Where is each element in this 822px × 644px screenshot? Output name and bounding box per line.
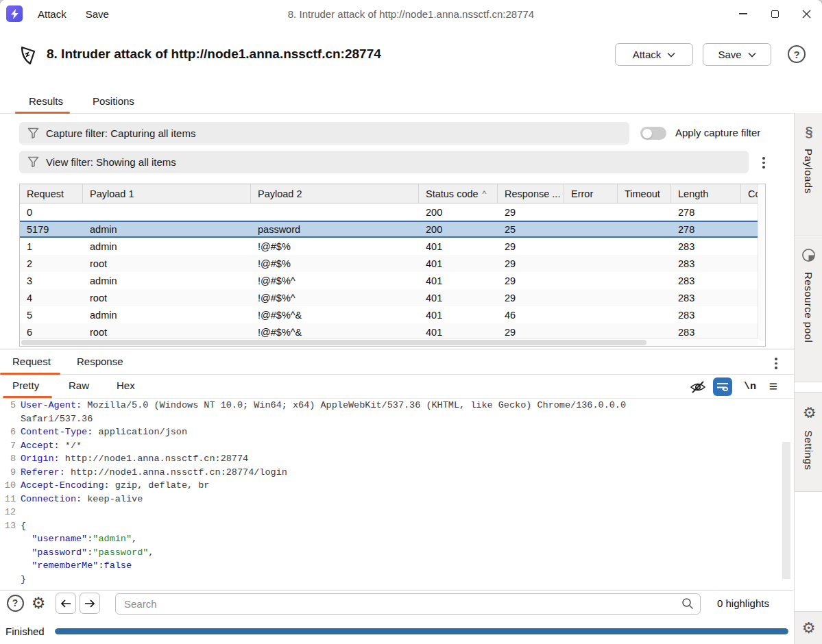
table-cell	[83, 203, 251, 221]
apply-capture-filter-label: Apply capture filter	[675, 127, 760, 138]
column-header[interactable]: Request	[20, 184, 83, 203]
sidebar-settings-button[interactable]: ⚙	[795, 611, 822, 644]
table-cell	[741, 203, 759, 221]
table-row[interactable]: 4root!@#$%^40129283	[20, 289, 765, 306]
sidebar-item-resource-pool[interactable]: Resource pool	[795, 237, 822, 382]
column-header[interactable]: Length	[671, 184, 741, 203]
table-cell: 4	[20, 289, 83, 306]
table-row[interactable]: 2root!@#$%40129283	[20, 255, 765, 272]
tab-request[interactable]: Request	[12, 356, 51, 367]
maximize-button[interactable]	[759, 0, 790, 27]
apply-capture-filter-toggle[interactable]	[640, 127, 666, 140]
editor-scrollbar-thumb[interactable]	[782, 442, 790, 579]
code-line: "username":"admin",	[0, 532, 793, 546]
search-field-wrap	[115, 593, 701, 615]
table-row[interactable]: 5admin!@#$%^&40146283	[20, 306, 765, 323]
column-header[interactable]: Error	[564, 184, 618, 203]
table-cell: 0	[20, 203, 83, 221]
table-row[interactable]: 3admin!@#$%^40129283	[20, 272, 765, 289]
column-header[interactable]: Payload 2	[251, 184, 419, 203]
next-match-button[interactable]	[80, 593, 100, 614]
table-cell: 283	[671, 272, 741, 289]
gear-icon: ⚙	[800, 405, 817, 420]
table-cell	[618, 203, 671, 221]
view-filter-menu-button[interactable]	[760, 154, 768, 171]
view-filter-bar[interactable]: View filter: Showing all items	[19, 151, 749, 173]
right-sidebar: § Payloads Resource pool ⚙ Settings ⚙	[794, 113, 822, 644]
attack-dropdown-button[interactable]: Attack	[615, 43, 693, 66]
help-icon: ?	[7, 595, 24, 612]
search-help-button[interactable]: ?	[5, 593, 25, 612]
gear-icon: ⚙	[32, 595, 46, 611]
help-button[interactable]: ?	[788, 45, 806, 63]
search-icon[interactable]	[681, 597, 694, 610]
message-panel-menu-button[interactable]	[772, 355, 780, 372]
table-cell	[741, 255, 759, 272]
table-cell: 283	[671, 238, 741, 255]
line-number	[0, 559, 21, 573]
close-button[interactable]	[790, 0, 822, 27]
arrow-left-icon	[60, 599, 71, 608]
table-cell	[564, 203, 618, 221]
code-line: 11Connection: keep-alive	[0, 493, 793, 506]
table-cell: admin	[83, 306, 251, 323]
window-controls	[727, 0, 822, 27]
sidebar-item-payloads[interactable]: § Payloads	[795, 113, 822, 236]
code-line: 5User-Agent: Mozilla/5.0 (Windows NT 10.…	[0, 399, 793, 412]
menu-attack[interactable]: Attack	[28, 0, 76, 27]
line-number: 6	[0, 425, 21, 439]
scrollbar-thumb[interactable]	[21, 340, 646, 345]
view-tab-hex[interactable]: Hex	[117, 380, 135, 391]
view-tab-raw[interactable]: Raw	[69, 380, 89, 391]
capture-filter-bar[interactable]: Capture filter: Capturing all items	[19, 122, 629, 145]
column-header[interactable]: Com	[741, 184, 759, 203]
table-horizontal-scrollbar[interactable]	[20, 338, 758, 346]
sidebar-item-settings[interactable]: ⚙ Settings	[795, 392, 822, 492]
editor-menu-button[interactable]: ≡	[763, 376, 784, 397]
table-cell	[251, 203, 419, 221]
code-line: "password":"password",	[0, 546, 793, 560]
arrow-right-icon	[84, 599, 95, 608]
tab-results[interactable]: Results	[29, 95, 63, 107]
progress-fill	[55, 628, 788, 634]
table-cell	[741, 221, 759, 238]
table-cell	[564, 255, 618, 272]
column-header[interactable]: Payload 1	[83, 184, 251, 203]
column-header[interactable]: Timeout	[618, 184, 671, 203]
panel-splitter[interactable]	[0, 349, 794, 349]
search-input[interactable]	[115, 593, 701, 615]
view-tab-pretty[interactable]: Pretty	[12, 380, 39, 391]
table-cell	[741, 306, 759, 323]
hide-highlights-button[interactable]	[688, 377, 708, 396]
minimize-button[interactable]	[727, 0, 759, 27]
table-row[interactable]: 5179adminpassword20025278	[20, 221, 765, 238]
line-number: 5	[0, 399, 21, 412]
table-cell: !@#$%^	[251, 289, 419, 306]
show-newlines-button[interactable]: \n	[740, 377, 760, 396]
table-cell: !@#$%^&	[251, 306, 419, 323]
chevron-down-icon	[748, 52, 756, 58]
attack-dropdown-label: Attack	[633, 49, 662, 60]
tab-response[interactable]: Response	[77, 356, 123, 367]
table-body: 0200292785179adminpassword200252781admin…	[20, 203, 765, 340]
table-cell: 25	[498, 221, 564, 238]
table-cell: 29	[498, 289, 564, 306]
previous-match-button[interactable]	[56, 593, 76, 614]
table-row[interactable]: 020029278	[20, 203, 765, 221]
tab-positions[interactable]: Positions	[93, 95, 134, 107]
search-settings-button[interactable]: ⚙	[29, 593, 48, 612]
menu-save[interactable]: Save	[76, 0, 119, 27]
table-cell: 1	[20, 238, 83, 255]
table-row[interactable]: 1admin!@#$%40129283	[20, 238, 765, 255]
table-cell: root	[83, 255, 251, 272]
column-header[interactable]: Status code^	[419, 184, 498, 203]
table-cell	[618, 272, 671, 289]
word-wrap-button[interactable]	[713, 377, 732, 396]
column-header[interactable]: Response ...	[498, 184, 564, 203]
table-cell: root	[83, 289, 251, 306]
request-editor[interactable]: 5User-Agent: Mozilla/5.0 (Windows NT 10.…	[0, 399, 793, 588]
save-dropdown-button[interactable]: Save	[703, 43, 771, 66]
table-cell: 29	[498, 238, 564, 255]
table-vertical-scrollbar[interactable]	[758, 184, 765, 338]
close-icon	[802, 10, 811, 18]
